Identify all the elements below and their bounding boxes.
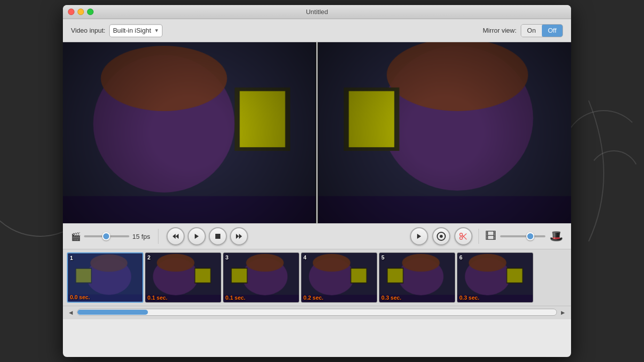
scroll-left-arrow[interactable]: ◀ xyxy=(67,308,75,316)
svg-rect-3 xyxy=(215,234,220,239)
fast-forward-icon xyxy=(235,233,243,240)
play-button[interactable] xyxy=(188,227,206,245)
frame-number-5: 5 xyxy=(381,254,384,260)
rewind-icon xyxy=(172,233,179,240)
film-frame-6[interactable]: 60.3 sec. xyxy=(457,252,533,303)
live-play-button[interactable] xyxy=(410,227,428,245)
video-canvas-right xyxy=(318,42,571,223)
playback-controls xyxy=(167,227,248,245)
camera-icon xyxy=(436,231,446,241)
scrollbar-track[interactable] xyxy=(77,309,557,316)
main-window: Untitled Video input: Built-in iSight ▼ … xyxy=(63,5,571,357)
video-input-value: Built-in iSight xyxy=(113,27,151,34)
frame-number-6: 6 xyxy=(459,254,462,260)
scissors-icon xyxy=(459,232,468,241)
scrollbar-area: ◀ ▶ xyxy=(63,306,571,319)
separator-2 xyxy=(478,229,479,244)
window-title: Untitled xyxy=(306,8,328,16)
svg-marker-4 xyxy=(236,234,239,239)
svg-marker-6 xyxy=(417,234,421,239)
mirror-toggle-group: On Off xyxy=(521,24,563,37)
scroll-right-arrow[interactable]: ▶ xyxy=(559,308,567,316)
filmstrip-icon[interactable]: 🎞 xyxy=(485,230,496,243)
mirror-off-button[interactable]: Off xyxy=(542,25,562,37)
close-button[interactable] xyxy=(68,9,74,15)
video-input-label: Video input: xyxy=(71,27,105,34)
frame-number-2: 2 xyxy=(147,254,150,260)
minimize-button[interactable] xyxy=(77,9,84,15)
frame-time-4: 0.2 sec. xyxy=(303,295,324,301)
toolbar-left: Video input: Built-in iSight ▼ xyxy=(71,24,163,37)
snapshot-button[interactable] xyxy=(432,227,450,245)
frame-time-3: 0.1 sec. xyxy=(225,295,246,301)
filmstrip-area: 10.0 sec.20.1 sec.30.1 sec.40.2 sec.50.3… xyxy=(63,249,571,306)
video-pane-left xyxy=(63,42,315,223)
mirror-on-button[interactable]: On xyxy=(521,25,542,37)
hat-icon[interactable]: 🎩 xyxy=(549,230,563,243)
scrollbar-thumb xyxy=(77,310,148,315)
film-frame-1[interactable]: 10.0 sec. xyxy=(67,252,143,303)
titlebar: Untitled xyxy=(63,5,571,19)
fps-icon: 🎬 xyxy=(71,232,81,241)
svg-marker-1 xyxy=(176,234,179,239)
fps-slider[interactable] xyxy=(84,235,129,237)
mirror-view-label: Mirror view: xyxy=(482,27,516,34)
frame-time-5: 0.3 sec. xyxy=(381,295,401,301)
frame-time-6: 0.3 sec. xyxy=(459,295,479,301)
frame-number-1: 1 xyxy=(70,255,73,261)
film-frame-2[interactable]: 20.1 sec. xyxy=(145,252,221,303)
film-frame-5[interactable]: 50.3 sec. xyxy=(379,252,455,303)
toolbar: Video input: Built-in iSight ▼ Mirror vi… xyxy=(63,19,571,42)
quality-slider[interactable] xyxy=(500,235,545,237)
right-controls: 🎞 🎩 xyxy=(410,227,563,245)
frame-time-1: 0.0 sec. xyxy=(70,294,90,300)
fps-label: 15 fps xyxy=(132,233,150,240)
frame-time-2: 0.1 sec. xyxy=(147,295,168,301)
video-canvas-left xyxy=(63,42,315,223)
video-pane-right xyxy=(318,42,571,223)
svg-marker-0 xyxy=(173,234,176,239)
video-separator xyxy=(316,42,317,223)
rewind-button[interactable] xyxy=(167,227,185,245)
svg-marker-2 xyxy=(195,234,199,239)
svg-marker-5 xyxy=(239,234,242,239)
filmstrip-scroll: 10.0 sec.20.1 sec.30.1 sec.40.2 sec.50.3… xyxy=(67,252,567,303)
film-frame-4[interactable]: 40.2 sec. xyxy=(301,252,377,303)
maximize-button[interactable] xyxy=(87,9,94,15)
frame-number-4: 4 xyxy=(303,254,306,260)
window-controls xyxy=(68,9,94,15)
svg-point-8 xyxy=(440,235,443,238)
stop-icon xyxy=(214,233,221,240)
frame-number-3: 3 xyxy=(225,254,228,260)
controls-area: 🎬 15 fps xyxy=(63,223,571,249)
scissors-button[interactable] xyxy=(454,227,472,245)
film-frame-3[interactable]: 30.1 sec. xyxy=(223,252,299,303)
chevron-down-icon: ▼ xyxy=(154,28,159,33)
live-play-icon xyxy=(416,233,423,240)
video-area xyxy=(63,42,571,223)
fast-forward-button[interactable] xyxy=(230,227,248,245)
separator-1 xyxy=(158,229,158,244)
video-input-select[interactable]: Built-in iSight ▼ xyxy=(109,24,163,37)
toolbar-right: Mirror view: On Off xyxy=(482,24,563,37)
play-icon xyxy=(193,233,200,240)
stop-button[interactable] xyxy=(209,227,227,245)
fps-control: 🎬 15 fps xyxy=(71,232,150,241)
